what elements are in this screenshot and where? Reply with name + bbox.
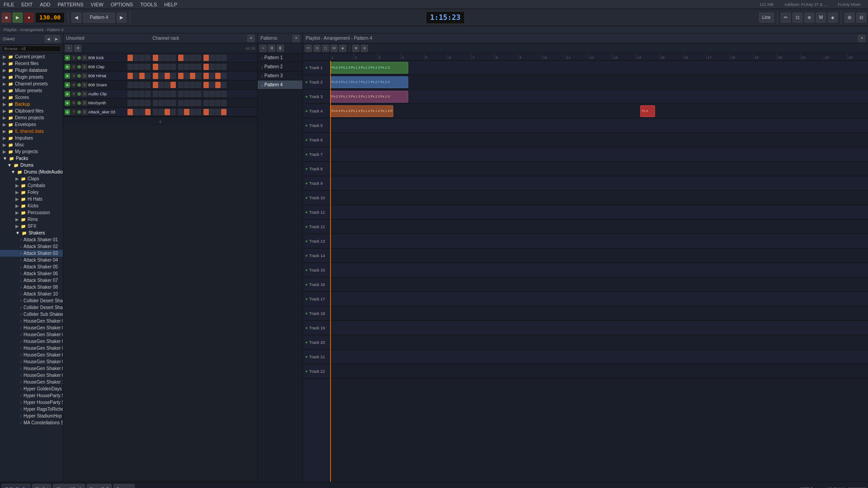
- browser-misc[interactable]: ▶ 📁 Misc: [0, 141, 63, 148]
- tool-mute[interactable]: M: [816, 13, 826, 23]
- browser-search[interactable]: [2, 46, 61, 52]
- track-row-6[interactable]: [330, 133, 868, 147]
- channel-7-mute[interactable]: ▶: [65, 109, 70, 115]
- menu-patterns[interactable]: PATTERNS: [54, 2, 87, 7]
- step-ch4-7[interactable]: [165, 82, 170, 88]
- taskbar-channel-rack[interactable]: Channel Rack: [53, 484, 85, 488]
- channel-5-mute[interactable]: ▶: [65, 91, 70, 97]
- step-ch4-14[interactable]: [209, 82, 215, 88]
- tool-select[interactable]: ⊡: [793, 13, 802, 23]
- channel-4-solo[interactable]: S: [82, 82, 87, 88]
- step-ch4-5[interactable]: [153, 82, 158, 88]
- track-row-4[interactable]: Px.0 4 Px.1 4 Px.1 4 Px.1 4 Px.1 4 Px.1 …: [330, 104, 868, 118]
- step-ch6-7[interactable]: [165, 100, 170, 106]
- track-row-13[interactable]: [330, 234, 868, 249]
- browser-clipboard[interactable]: ▶ 📁 Clipboard files: [0, 108, 63, 114]
- step-ch3-1[interactable]: [127, 73, 133, 79]
- browser-attack-shaker-06[interactable]: ♪ Attack Shaker 06: [0, 270, 63, 277]
- pattern-block-track2[interactable]: Px.0 3 Px.1 7 Px.2 7 Px.2 7 Px.2 7 Px.2 …: [330, 76, 408, 88]
- tool-pencil[interactable]: ✏: [781, 13, 791, 23]
- browser-foley[interactable]: ▶ 📁 Foley: [0, 189, 63, 196]
- pattern-block-track1[interactable]: Px.0 3 Px.1 3 Px.1 3 Px.1 3 Px.1 3 Px.1 …: [330, 62, 408, 74]
- browser-percussion[interactable]: ▶ 📁 Percussion: [0, 209, 63, 216]
- browser-attack-shaker-07[interactable]: ♪ Attack Shaker 07: [0, 277, 63, 284]
- channel-5-led[interactable]: [77, 92, 81, 96]
- step-ch6-15[interactable]: [215, 100, 221, 106]
- channel-1-mute[interactable]: ▶: [65, 55, 70, 61]
- step-ch7-16[interactable]: [221, 109, 226, 115]
- step-ch3-13[interactable]: [203, 73, 209, 79]
- pattern-prev[interactable]: ◀: [71, 13, 81, 23]
- browser-housegen-09[interactable]: ♪ HouseGen Shaker 09: [0, 372, 63, 379]
- step-ch5-2[interactable]: [133, 91, 139, 97]
- browser-shakers[interactable]: ▼ 📁 Shakers: [0, 230, 63, 236]
- step-ch4-15[interactable]: [215, 82, 221, 88]
- add-channel-button[interactable]: +: [65, 45, 72, 52]
- browser-housegen-01[interactable]: ♪ HouseGen Shaker 01: [0, 318, 63, 324]
- track-row-20[interactable]: [330, 335, 868, 350]
- step-ch5-12[interactable]: [196, 91, 201, 97]
- step-ch3-3[interactable]: [139, 73, 145, 79]
- step-ch2-8[interactable]: [170, 64, 176, 70]
- step-ch5-1[interactable]: [127, 91, 133, 97]
- browser-hyper-ragstoriches[interactable]: ♪ Hyper RagsToRiches Shaker: [0, 406, 63, 413]
- step-ch3-4[interactable]: [145, 73, 151, 79]
- browser-housegen-03[interactable]: ♪ HouseGen Shaker 03: [0, 331, 63, 338]
- browser-hyper-goldendays[interactable]: ♪ Hyper GoldenDays Shaker: [0, 385, 63, 392]
- step-ch2-10[interactable]: [184, 64, 189, 70]
- channel-2-solo[interactable]: S: [82, 64, 87, 70]
- step-ch4-2[interactable]: [133, 82, 139, 88]
- browser-back[interactable]: ◀: [45, 35, 52, 42]
- step-ch4-8[interactable]: [170, 82, 176, 88]
- browser-collider-desert-02[interactable]: ♪ Collider Desert Shaker 02: [0, 304, 63, 311]
- tracks-area[interactable]: Px.0 3 Px.1 3 Px.1 3 Px.1 3 Px.1 3 Px.1 …: [330, 61, 868, 482]
- browser-hyper-houseparty-02[interactable]: ♪ Hyper HouseParty Shaker 02: [0, 399, 63, 406]
- pattern-block-track3[interactable]: Px.0 3 Px.1 3 Px.1 3 Px.1 3 Px.1 3 Px.1 …: [330, 91, 408, 103]
- step-ch6-4[interactable]: [145, 100, 151, 106]
- browser-attack-shaker-03[interactable]: ♪ Attack Shaker 03: [0, 250, 63, 257]
- step-ch5-10[interactable]: [184, 91, 189, 97]
- channel-4-led[interactable]: [77, 83, 81, 87]
- track-row-21[interactable]: [330, 350, 868, 364]
- channel-1-led[interactable]: [77, 56, 81, 60]
- browser-attack-shaker-05[interactable]: ♪ Attack Shaker 05: [0, 263, 63, 270]
- browser-rims[interactable]: ▶ 📁 Rims: [0, 216, 63, 223]
- pattern-delete[interactable]: 🗑: [277, 45, 284, 52]
- channel-3-mute[interactable]: ▶: [65, 73, 70, 79]
- step-ch2-2[interactable]: [133, 64, 139, 70]
- pattern-block-track4[interactable]: Px.0 4 Px.1 4 Px.1 4 Px.1 4 Px.1 4 Px.1 …: [330, 105, 393, 117]
- step-ch3-12[interactable]: [196, 73, 201, 79]
- track-row-15[interactable]: [330, 263, 868, 277]
- step-ch6-8[interactable]: [170, 100, 176, 106]
- add-channel-row-button[interactable]: +: [158, 118, 162, 125]
- track-row-12[interactable]: [330, 220, 868, 234]
- browser-attack-shaker-02[interactable]: ♪ Attack Shaker 02: [0, 243, 63, 250]
- snap-button[interactable]: ⊞: [844, 13, 854, 23]
- step-ch6-5[interactable]: [153, 100, 158, 106]
- step-ch1-11[interactable]: [190, 55, 195, 61]
- browser-il-shared[interactable]: ▶ 📁 IL shared data: [0, 128, 63, 135]
- browser-channel-presets[interactable]: ▶ 📁 Channel presets: [0, 80, 63, 87]
- browser-my-projects[interactable]: ▶ 📁 My projects: [0, 148, 63, 155]
- stop-button[interactable]: ■: [2, 13, 11, 23]
- step-ch2-11[interactable]: [190, 64, 195, 70]
- step-ch6-6[interactable]: [159, 100, 164, 106]
- pattern-duplicate[interactable]: ⊞: [268, 45, 275, 52]
- step-ch3-6[interactable]: [159, 73, 164, 79]
- menu-view[interactable]: VIEW: [87, 2, 107, 7]
- browser-drums[interactable]: ▼ 📁 Drums: [0, 162, 63, 169]
- browser-ma-constellations[interactable]: ♪ MA Constellations Shaker: [0, 419, 63, 426]
- playlist-tool-slip[interactable]: ◈: [339, 45, 346, 52]
- step-ch2-14[interactable]: [209, 64, 215, 70]
- step-ch7-8[interactable]: [170, 109, 176, 115]
- step-ch1-15[interactable]: [215, 55, 221, 61]
- track-row-11[interactable]: [330, 205, 868, 220]
- playlist-tool-mute[interactable]: M: [330, 45, 338, 52]
- step-ch4-3[interactable]: [139, 82, 145, 88]
- step-ch7-3[interactable]: [139, 109, 145, 115]
- step-ch4-4[interactable]: [145, 82, 151, 88]
- browser-attack-shaker-04[interactable]: ♪ Attack Shaker 04: [0, 257, 63, 263]
- browser-current-project[interactable]: ▶ 📁 Current project: [0, 53, 63, 60]
- step-ch7-11[interactable]: [190, 109, 195, 115]
- playlist-tool-pencil[interactable]: ✏: [305, 45, 312, 52]
